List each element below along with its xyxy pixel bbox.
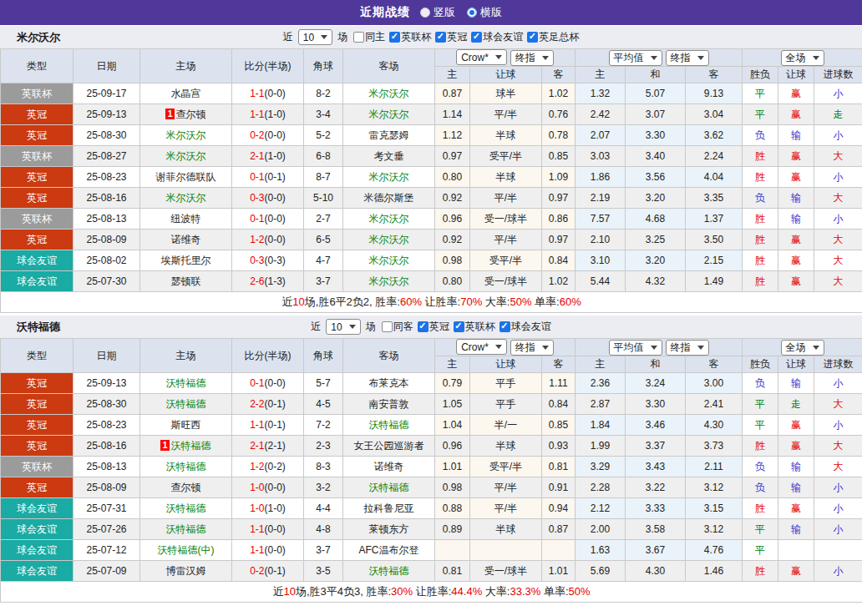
- away-team: 沃特福德: [343, 415, 435, 436]
- avg-draw: 3.30: [626, 125, 686, 146]
- result-goals: 小: [814, 519, 862, 540]
- odds-handicap: 受一/球半: [470, 271, 542, 292]
- radio-unchecked[interactable]: [420, 8, 430, 18]
- checkbox-checked[interactable]: [454, 321, 464, 332]
- result-handicap: 输: [778, 188, 814, 209]
- corner-cell: 3-2: [304, 477, 343, 498]
- average-select[interactable]: 平均值: [609, 340, 662, 356]
- competition-type-badge: 英冠: [1, 436, 74, 457]
- competition-type-badge: 英联杯: [1, 457, 74, 477]
- checkbox-unchecked[interactable]: [382, 321, 393, 332]
- home-team: 1查尔顿: [140, 104, 232, 125]
- avg-away: 1.37: [686, 209, 743, 230]
- period-select[interactable]: 全场: [781, 340, 824, 356]
- odds-time-select[interactable]: 终指: [666, 340, 709, 356]
- summary-text: 近10场,胜6平2负2, 胜率:60% 让胜率:70% 大率:50% 单率:60…: [1, 292, 862, 313]
- league-filter[interactable]: 英足总杯: [527, 30, 579, 44]
- odds-away: 1.02: [542, 271, 576, 292]
- chevron-down-icon: [495, 55, 502, 59]
- competition-type-badge: 球会友谊: [1, 250, 74, 271]
- fulltime-score: 2-1: [250, 150, 264, 162]
- home-team: 谢菲尔德联队: [140, 167, 232, 188]
- chevron-down-icon: [697, 56, 704, 60]
- odds-time-select[interactable]: 终指: [666, 50, 709, 66]
- away-team-name: 米尔沃尔: [369, 234, 409, 245]
- odds-time-select[interactable]: 终指: [510, 340, 554, 356]
- checkbox-checked[interactable]: [389, 32, 400, 43]
- date-cell: 25-08-09: [74, 230, 140, 250]
- odds-time-select[interactable]: 终指: [510, 50, 554, 66]
- sub-column-header: 客: [686, 67, 743, 83]
- result-goals: 大: [814, 394, 862, 415]
- odds-handicap: 平/半: [470, 188, 542, 209]
- league-filter[interactable]: 英联杯: [454, 320, 495, 334]
- league-filter[interactable]: 英冠: [435, 30, 467, 44]
- radio-checked[interactable]: [467, 8, 477, 18]
- result-handicap: 赢: [778, 167, 814, 188]
- league-filter[interactable]: 英联杯: [389, 30, 431, 44]
- corner-cell: 5-2: [304, 125, 343, 146]
- result-goals: 小: [814, 415, 862, 436]
- halftime-score: (0-3): [265, 255, 286, 266]
- league-filter[interactable]: 球会友谊: [499, 320, 551, 334]
- display-mode-option[interactable]: 横版: [467, 5, 502, 20]
- checkbox-checked[interactable]: [499, 321, 510, 332]
- odds-home: 0.97: [435, 146, 470, 167]
- competition-type-badge: 英冠: [1, 104, 74, 125]
- chevron-down-icon: [542, 346, 549, 350]
- checkbox-checked[interactable]: [471, 32, 482, 43]
- bookmaker-select[interactable]: Crow*: [456, 49, 507, 65]
- odds-home: 0.88: [435, 498, 470, 519]
- odds-handicap: 受一/球半: [470, 561, 542, 582]
- result-outcome: 负: [743, 125, 778, 146]
- same-venue-label: 同主: [365, 30, 385, 44]
- avg-draw: 4.32: [626, 271, 686, 292]
- topbar: 近期战绩 竖版横版: [0, 0, 862, 25]
- competition-type-badge: 英冠: [1, 477, 74, 498]
- avg-away: 3.50: [686, 230, 743, 250]
- checkbox-checked[interactable]: [418, 321, 428, 332]
- avg-draw: 3.37: [626, 436, 686, 457]
- corner-cell: 4-4: [304, 498, 343, 519]
- fulltime-score: 0-3: [250, 255, 264, 266]
- average-select[interactable]: 平均值: [609, 50, 662, 66]
- away-team-name: 米尔沃尔: [369, 275, 409, 287]
- result-outcome: 平: [743, 83, 778, 104]
- halftime-score: (0-0): [265, 482, 286, 493]
- column-header: 类型: [1, 339, 74, 373]
- score-cell: 0-2(0-0): [232, 125, 304, 146]
- display-mode-option[interactable]: 竖版: [420, 5, 455, 20]
- bookmaker-select[interactable]: Crow*: [456, 339, 507, 355]
- checkbox-checked[interactable]: [435, 32, 446, 43]
- away-team: 南安普敦: [343, 394, 435, 415]
- home-team-name: 诺维奇: [171, 234, 201, 245]
- home-team: 沃特福德(中): [140, 540, 232, 561]
- date-cell: 25-08-02: [74, 250, 140, 271]
- home-team: 水晶宫: [140, 83, 232, 104]
- radio-label: 竖版: [434, 5, 455, 20]
- match-count-select[interactable]: 10: [298, 29, 332, 45]
- away-team-name: 布莱克本: [369, 377, 409, 389]
- league-filter[interactable]: 球会友谊: [471, 30, 523, 44]
- result-goals: 大: [814, 230, 862, 250]
- summary-stat-value: 50%: [510, 295, 531, 308]
- result-goals: 小: [814, 167, 862, 188]
- checkbox-unchecked[interactable]: [353, 32, 364, 43]
- halftime-score: (0-0): [265, 544, 286, 556]
- avg-away: 2.15: [686, 250, 743, 271]
- corner-cell: 3-4: [304, 104, 343, 125]
- away-team-name: 雷克瑟姆: [369, 129, 409, 141]
- checkbox-checked[interactable]: [527, 32, 538, 43]
- league-filter[interactable]: 英冠: [418, 320, 449, 334]
- same-venue-filter[interactable]: 同客: [382, 320, 413, 334]
- match-count-select[interactable]: 10: [326, 319, 360, 335]
- same-venue-filter[interactable]: 同主: [353, 30, 385, 44]
- odds-away: 0.84: [542, 394, 576, 415]
- odds-handicap: 球半: [470, 83, 542, 104]
- avg-home: 5.69: [576, 561, 626, 582]
- avg-home: 2.42: [576, 104, 626, 125]
- column-header: 主场: [140, 49, 232, 83]
- average-select-value: 平均值: [614, 51, 644, 65]
- halftime-score: (1-3): [265, 275, 286, 287]
- period-select[interactable]: 全场: [781, 50, 824, 66]
